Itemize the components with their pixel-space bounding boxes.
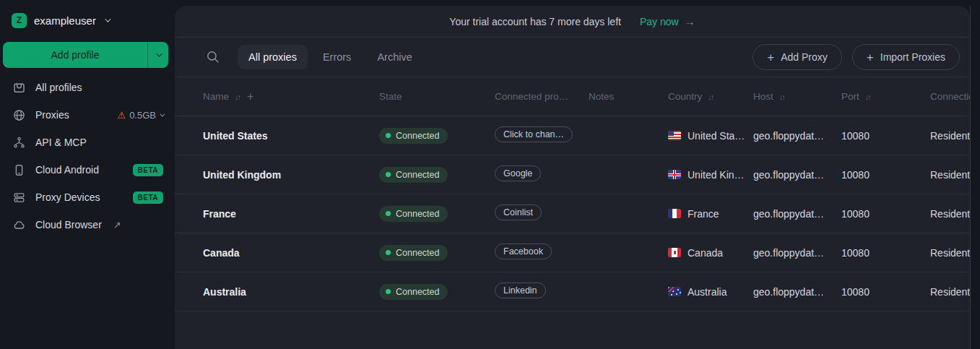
status-badge: Connected xyxy=(379,206,448,222)
host-cell: geo.floppydat… xyxy=(753,208,841,220)
host-cell: geo.floppydat… xyxy=(753,130,841,142)
avatar: Z xyxy=(12,13,27,28)
proxies-toolbar: All proxies Errors Archive + Add Proxy +… xyxy=(175,38,970,77)
chevron-down-icon xyxy=(105,16,110,22)
search-icon xyxy=(207,51,220,64)
sidebar-item-label: Proxy Devices xyxy=(35,191,123,203)
proxy-state: Connected xyxy=(379,245,495,261)
vertical-scrollbar[interactable] xyxy=(970,6,971,349)
country-label: France xyxy=(688,208,719,220)
country-cell: France xyxy=(668,208,753,220)
connected-dot-icon xyxy=(386,250,391,255)
pay-now-link[interactable]: Pay now → xyxy=(640,15,695,27)
table-header: Name ↓↑ + State Connected pro… Notes Cou… xyxy=(175,77,970,116)
us-flag-icon xyxy=(668,131,681,140)
column-label: Host xyxy=(753,91,773,102)
arrow-right-icon: → xyxy=(685,15,695,27)
sidebar-item-cloud-android[interactable]: Cloud Android BETA xyxy=(0,156,175,184)
main-area: Your trial account has 7 more days left … xyxy=(175,0,980,349)
tab-all-proxies[interactable]: All proxies xyxy=(238,45,308,69)
column-label: Connection type xyxy=(930,91,970,102)
status-badge: Connected xyxy=(379,284,448,300)
connected-dot-icon xyxy=(386,211,391,216)
sort-icon[interactable]: ↓↑ xyxy=(235,92,241,101)
sidebar-item-all-profiles[interactable]: All profiles xyxy=(0,74,175,101)
table-row[interactable]: United States Connected Click to chan… U… xyxy=(175,116,970,155)
warning-icon: ⚠ xyxy=(117,111,126,120)
country-cell: United Sta… xyxy=(668,130,753,142)
account-menu[interactable]: Z exampleuser xyxy=(0,12,175,29)
status-label: Connected xyxy=(396,287,439,297)
add-proxy-button[interactable]: + Add Proxy xyxy=(753,44,842,70)
api-icon xyxy=(13,137,25,149)
connected-program-tag[interactable]: Google xyxy=(495,165,541,181)
tab-errors[interactable]: Errors xyxy=(312,45,362,69)
sidebar-item-label: API & MCP xyxy=(35,137,163,148)
sort-icon[interactable]: ↓↑ xyxy=(865,92,872,101)
sort-icon[interactable]: ↓↑ xyxy=(708,92,714,101)
column-label: Name xyxy=(203,91,229,102)
sidebar: Z exampleuser Add profile All profiles P… xyxy=(0,0,175,349)
column-header-connection-type: Connection type xyxy=(930,91,970,102)
beta-badge: BETA xyxy=(133,164,163,176)
add-proxy-label: Add Proxy xyxy=(781,51,828,63)
status-label: Connected xyxy=(396,131,439,141)
connected-program-tag[interactable]: Facebook xyxy=(495,244,552,259)
sidebar-item-proxy-devices[interactable]: Proxy Devices BETA xyxy=(0,184,175,211)
connected-program-tag[interactable]: Click to chan… xyxy=(495,126,573,142)
port-cell: 10080 xyxy=(841,208,930,220)
column-header-connected-program: Connected pro… xyxy=(495,91,589,102)
table-row[interactable]: United Kingdom Connected Google United K… xyxy=(175,155,970,194)
server-icon xyxy=(13,191,25,204)
proxy-state: Connected xyxy=(379,284,495,300)
proxy-name[interactable]: Australia xyxy=(203,286,379,298)
connected-program-tag[interactable]: Coinlist xyxy=(495,204,542,220)
country-label: Canada xyxy=(688,247,723,259)
cloud-icon xyxy=(13,219,25,231)
country-cell: Canada xyxy=(668,247,753,259)
table-row[interactable]: Canada Connected Facebook Canada geo.flo… xyxy=(175,233,970,272)
sidebar-item-cloud-browser[interactable]: Cloud Browser ↗ xyxy=(0,211,175,238)
proxy-state: Connected xyxy=(379,206,495,222)
connection-type-cell: Residential xyxy=(930,130,970,142)
proxy-name[interactable]: Canada xyxy=(203,247,379,259)
connected-dot-icon xyxy=(386,172,391,177)
add-profile-button[interactable]: Add profile xyxy=(3,42,168,68)
column-header-port: Port ↓↑ xyxy=(841,91,930,102)
add-column-icon[interactable]: + xyxy=(247,90,253,103)
sort-icon[interactable]: ↓↑ xyxy=(779,92,786,101)
proxy-traffic-usage[interactable]: ⚠ 0.5GB xyxy=(117,110,163,121)
column-label: Country xyxy=(668,91,702,102)
proxy-state: Connected xyxy=(379,167,495,183)
proxy-name[interactable]: United Kingdom xyxy=(203,169,379,181)
fr-flag-icon xyxy=(668,209,681,218)
proxy-tabs: All proxies Errors Archive xyxy=(238,45,423,69)
table-row[interactable]: France Connected Coinlist France geo.flo… xyxy=(175,194,970,233)
add-profile-label[interactable]: Add profile xyxy=(3,42,148,68)
search-button[interactable] xyxy=(207,51,220,64)
add-profile-dropdown-button[interactable] xyxy=(148,42,168,68)
gb-flag-icon xyxy=(668,170,681,179)
column-header-name: Name ↓↑ + xyxy=(203,90,379,103)
column-label: Port xyxy=(841,91,859,102)
port-cell: 10080 xyxy=(841,247,930,259)
connected-program-tag[interactable]: Linkedin xyxy=(495,283,546,298)
table-row[interactable]: Australia Connected Linkedin Australia g… xyxy=(175,272,970,311)
status-badge: Connected xyxy=(379,167,448,183)
sidebar-item-label: Cloud Android xyxy=(35,164,123,176)
sidebar-item-proxies[interactable]: Proxies ⚠ 0.5GB xyxy=(0,101,175,129)
sidebar-item-api-mcp[interactable]: API & MCP xyxy=(0,129,175,156)
status-label: Connected xyxy=(396,170,439,180)
column-label: Notes xyxy=(589,91,614,102)
connection-type-cell: Residential xyxy=(930,169,970,181)
port-cell: 10080 xyxy=(841,169,930,181)
tab-archive[interactable]: Archive xyxy=(366,45,422,69)
connected-program-cell: Google xyxy=(495,165,589,184)
status-label: Connected xyxy=(396,248,439,258)
proxy-name[interactable]: France xyxy=(203,208,379,220)
content-panel: Your trial account has 7 more days left … xyxy=(175,6,970,349)
sidebar-item-label: Cloud Browser xyxy=(35,219,102,230)
traffic-usage-value: 0.5GB xyxy=(129,110,156,121)
import-proxies-button[interactable]: + Import Proxies xyxy=(852,44,960,70)
proxy-name[interactable]: United States xyxy=(203,130,379,142)
